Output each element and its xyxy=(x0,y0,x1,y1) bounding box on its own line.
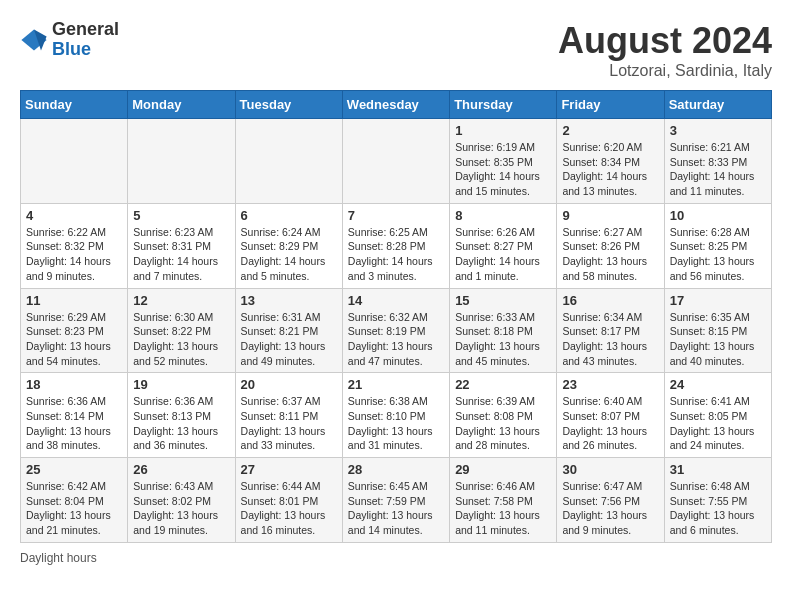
day-number: 30 xyxy=(562,462,658,477)
header-cell-tuesday: Tuesday xyxy=(235,91,342,119)
day-number: 24 xyxy=(670,377,766,392)
day-cell: 15Sunrise: 6:33 AM Sunset: 8:18 PM Dayli… xyxy=(450,288,557,373)
day-info: Sunrise: 6:22 AM Sunset: 8:32 PM Dayligh… xyxy=(26,225,122,284)
header-cell-monday: Monday xyxy=(128,91,235,119)
day-cell: 30Sunrise: 6:47 AM Sunset: 7:56 PM Dayli… xyxy=(557,458,664,543)
day-number: 22 xyxy=(455,377,551,392)
day-info: Sunrise: 6:47 AM Sunset: 7:56 PM Dayligh… xyxy=(562,479,658,538)
day-cell: 6Sunrise: 6:24 AM Sunset: 8:29 PM Daylig… xyxy=(235,203,342,288)
day-cell: 22Sunrise: 6:39 AM Sunset: 8:08 PM Dayli… xyxy=(450,373,557,458)
day-number: 28 xyxy=(348,462,444,477)
day-info: Sunrise: 6:36 AM Sunset: 8:14 PM Dayligh… xyxy=(26,394,122,453)
day-info: Sunrise: 6:21 AM Sunset: 8:33 PM Dayligh… xyxy=(670,140,766,199)
day-cell: 17Sunrise: 6:35 AM Sunset: 8:15 PM Dayli… xyxy=(664,288,771,373)
title-area: August 2024 Lotzorai, Sardinia, Italy xyxy=(558,20,772,80)
day-cell: 1Sunrise: 6:19 AM Sunset: 8:35 PM Daylig… xyxy=(450,119,557,204)
day-cell: 19Sunrise: 6:36 AM Sunset: 8:13 PM Dayli… xyxy=(128,373,235,458)
day-info: Sunrise: 6:30 AM Sunset: 8:22 PM Dayligh… xyxy=(133,310,229,369)
day-number: 13 xyxy=(241,293,337,308)
day-cell: 10Sunrise: 6:28 AM Sunset: 8:25 PM Dayli… xyxy=(664,203,771,288)
logo-text: General Blue xyxy=(52,20,119,60)
day-info: Sunrise: 6:33 AM Sunset: 8:18 PM Dayligh… xyxy=(455,310,551,369)
day-number: 29 xyxy=(455,462,551,477)
day-info: Sunrise: 6:45 AM Sunset: 7:59 PM Dayligh… xyxy=(348,479,444,538)
week-row-3: 18Sunrise: 6:36 AM Sunset: 8:14 PM Dayli… xyxy=(21,373,772,458)
calendar-header: SundayMondayTuesdayWednesdayThursdayFrid… xyxy=(21,91,772,119)
day-cell xyxy=(21,119,128,204)
calendar-table: SundayMondayTuesdayWednesdayThursdayFrid… xyxy=(20,90,772,543)
day-number: 2 xyxy=(562,123,658,138)
day-cell: 27Sunrise: 6:44 AM Sunset: 8:01 PM Dayli… xyxy=(235,458,342,543)
day-cell: 24Sunrise: 6:41 AM Sunset: 8:05 PM Dayli… xyxy=(664,373,771,458)
day-cell: 29Sunrise: 6:46 AM Sunset: 7:58 PM Dayli… xyxy=(450,458,557,543)
day-cell: 23Sunrise: 6:40 AM Sunset: 8:07 PM Dayli… xyxy=(557,373,664,458)
day-cell: 8Sunrise: 6:26 AM Sunset: 8:27 PM Daylig… xyxy=(450,203,557,288)
day-number: 25 xyxy=(26,462,122,477)
logo-general: General xyxy=(52,20,119,40)
day-number: 5 xyxy=(133,208,229,223)
day-number: 12 xyxy=(133,293,229,308)
day-cell: 9Sunrise: 6:27 AM Sunset: 8:26 PM Daylig… xyxy=(557,203,664,288)
day-cell: 25Sunrise: 6:42 AM Sunset: 8:04 PM Dayli… xyxy=(21,458,128,543)
day-number: 8 xyxy=(455,208,551,223)
calendar-body: 1Sunrise: 6:19 AM Sunset: 8:35 PM Daylig… xyxy=(21,119,772,543)
day-cell: 31Sunrise: 6:48 AM Sunset: 7:55 PM Dayli… xyxy=(664,458,771,543)
day-cell: 26Sunrise: 6:43 AM Sunset: 8:02 PM Dayli… xyxy=(128,458,235,543)
day-number: 10 xyxy=(670,208,766,223)
day-info: Sunrise: 6:35 AM Sunset: 8:15 PM Dayligh… xyxy=(670,310,766,369)
day-number: 23 xyxy=(562,377,658,392)
day-number: 11 xyxy=(26,293,122,308)
day-info: Sunrise: 6:28 AM Sunset: 8:25 PM Dayligh… xyxy=(670,225,766,284)
day-info: Sunrise: 6:37 AM Sunset: 8:11 PM Dayligh… xyxy=(241,394,337,453)
day-cell: 13Sunrise: 6:31 AM Sunset: 8:21 PM Dayli… xyxy=(235,288,342,373)
day-number: 15 xyxy=(455,293,551,308)
day-number: 21 xyxy=(348,377,444,392)
header-cell-saturday: Saturday xyxy=(664,91,771,119)
day-info: Sunrise: 6:39 AM Sunset: 8:08 PM Dayligh… xyxy=(455,394,551,453)
day-info: Sunrise: 6:20 AM Sunset: 8:34 PM Dayligh… xyxy=(562,140,658,199)
day-info: Sunrise: 6:29 AM Sunset: 8:23 PM Dayligh… xyxy=(26,310,122,369)
day-number: 31 xyxy=(670,462,766,477)
week-row-4: 25Sunrise: 6:42 AM Sunset: 8:04 PM Dayli… xyxy=(21,458,772,543)
day-cell xyxy=(128,119,235,204)
day-info: Sunrise: 6:27 AM Sunset: 8:26 PM Dayligh… xyxy=(562,225,658,284)
day-info: Sunrise: 6:38 AM Sunset: 8:10 PM Dayligh… xyxy=(348,394,444,453)
day-number: 3 xyxy=(670,123,766,138)
day-cell: 16Sunrise: 6:34 AM Sunset: 8:17 PM Dayli… xyxy=(557,288,664,373)
day-number: 14 xyxy=(348,293,444,308)
day-info: Sunrise: 6:32 AM Sunset: 8:19 PM Dayligh… xyxy=(348,310,444,369)
day-cell xyxy=(342,119,449,204)
header: General Blue August 2024 Lotzorai, Sardi… xyxy=(20,20,772,80)
day-number: 16 xyxy=(562,293,658,308)
day-cell: 20Sunrise: 6:37 AM Sunset: 8:11 PM Dayli… xyxy=(235,373,342,458)
day-cell: 28Sunrise: 6:45 AM Sunset: 7:59 PM Dayli… xyxy=(342,458,449,543)
main-title: August 2024 xyxy=(558,20,772,62)
day-info: Sunrise: 6:36 AM Sunset: 8:13 PM Dayligh… xyxy=(133,394,229,453)
day-number: 6 xyxy=(241,208,337,223)
header-cell-wednesday: Wednesday xyxy=(342,91,449,119)
day-number: 18 xyxy=(26,377,122,392)
day-cell: 12Sunrise: 6:30 AM Sunset: 8:22 PM Dayli… xyxy=(128,288,235,373)
logo: General Blue xyxy=(20,20,119,60)
day-info: Sunrise: 6:25 AM Sunset: 8:28 PM Dayligh… xyxy=(348,225,444,284)
day-info: Sunrise: 6:24 AM Sunset: 8:29 PM Dayligh… xyxy=(241,225,337,284)
day-number: 1 xyxy=(455,123,551,138)
day-info: Sunrise: 6:43 AM Sunset: 8:02 PM Dayligh… xyxy=(133,479,229,538)
header-cell-sunday: Sunday xyxy=(21,91,128,119)
footer-note: Daylight hours xyxy=(20,551,772,565)
logo-icon xyxy=(20,26,48,54)
day-cell: 14Sunrise: 6:32 AM Sunset: 8:19 PM Dayli… xyxy=(342,288,449,373)
day-info: Sunrise: 6:41 AM Sunset: 8:05 PM Dayligh… xyxy=(670,394,766,453)
week-row-1: 4Sunrise: 6:22 AM Sunset: 8:32 PM Daylig… xyxy=(21,203,772,288)
day-info: Sunrise: 6:44 AM Sunset: 8:01 PM Dayligh… xyxy=(241,479,337,538)
header-cell-friday: Friday xyxy=(557,91,664,119)
day-info: Sunrise: 6:31 AM Sunset: 8:21 PM Dayligh… xyxy=(241,310,337,369)
day-number: 17 xyxy=(670,293,766,308)
day-info: Sunrise: 6:40 AM Sunset: 8:07 PM Dayligh… xyxy=(562,394,658,453)
day-cell: 11Sunrise: 6:29 AM Sunset: 8:23 PM Dayli… xyxy=(21,288,128,373)
day-cell: 7Sunrise: 6:25 AM Sunset: 8:28 PM Daylig… xyxy=(342,203,449,288)
day-number: 7 xyxy=(348,208,444,223)
week-row-0: 1Sunrise: 6:19 AM Sunset: 8:35 PM Daylig… xyxy=(21,119,772,204)
day-info: Sunrise: 6:19 AM Sunset: 8:35 PM Dayligh… xyxy=(455,140,551,199)
week-row-2: 11Sunrise: 6:29 AM Sunset: 8:23 PM Dayli… xyxy=(21,288,772,373)
